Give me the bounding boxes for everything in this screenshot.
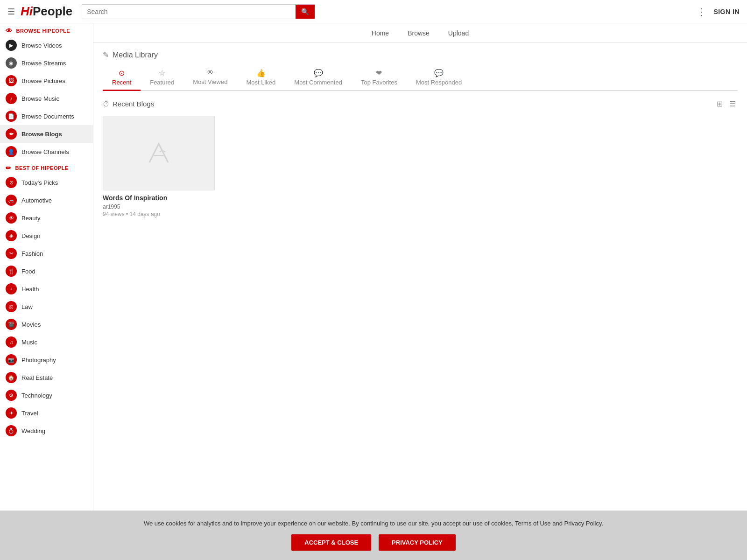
sidebar-item-label: Browse Streams: [21, 60, 66, 67]
accept-close-button[interactable]: ACCEPT & CLOSE: [291, 534, 371, 551]
streams-icon: ◉: [6, 57, 17, 69]
sidebar-item-wedding[interactable]: 💍 Wedding: [0, 422, 93, 440]
grid-view-button[interactable]: ⊞: [715, 98, 725, 109]
sidebar-item-label: Technology: [21, 392, 52, 399]
tab-most-viewed[interactable]: 👁 Most Viewed: [183, 65, 237, 91]
tab-top-favorites[interactable]: ❤ Top Favorites: [352, 65, 407, 91]
sidebar-item-label: Fashion: [21, 250, 43, 257]
sidebar-item-design[interactable]: ◈ Design: [0, 227, 93, 245]
sidebar-item-label: Travel: [21, 410, 38, 417]
sidebar-item-label: Browse Music: [21, 95, 59, 102]
sidebar-item-label: Music: [21, 339, 37, 346]
logo[interactable]: HiPeople: [21, 4, 72, 19]
media-library-title: Media Library: [113, 51, 158, 59]
sidebar-item-beauty[interactable]: 👁 Beauty: [0, 209, 93, 227]
tab-most-commented-label: Most Commented: [294, 79, 342, 86]
nav-home[interactable]: Home: [368, 28, 393, 39]
sign-in-button[interactable]: SIGN IN: [713, 8, 740, 15]
sidebar-item-label: Movies: [21, 321, 41, 328]
sidebar-item-channels[interactable]: 👤 Browse Channels: [0, 143, 93, 161]
menu-icon[interactable]: ☰: [7, 7, 15, 17]
nav-bar: Home Browse Upload: [93, 23, 747, 43]
sidebar-item-label: Health: [21, 286, 39, 293]
tab-most-responded-label: Most Responded: [416, 79, 462, 86]
blog-separator: •: [126, 211, 130, 217]
more-options-icon[interactable]: ⋮: [697, 6, 706, 17]
browse-hipeople-icon: 👁: [6, 27, 13, 35]
technology-icon: ⚙: [6, 390, 17, 401]
sidebar-item-label: Beauty: [21, 215, 40, 222]
edit-icon: ✎: [103, 50, 109, 59]
tab-top-favorites-label: Top Favorites: [361, 79, 397, 86]
tab-recent[interactable]: ⊙ Recent: [103, 65, 141, 91]
blog-views: 94 views: [103, 211, 125, 217]
blogs-icon: ✏: [6, 128, 17, 140]
blog-thumbnail: [103, 116, 215, 190]
sidebar-item-videos[interactable]: ▶ Browse Videos: [0, 36, 93, 54]
beauty-icon: 👁: [6, 212, 17, 224]
sidebar-item-food[interactable]: 🍴 Food: [0, 262, 93, 280]
sidebar-item-movies[interactable]: 🎬 Movies: [0, 315, 93, 333]
sidebar-item-health[interactable]: + Health: [0, 280, 93, 298]
sidebar-item-pictures[interactable]: 🖼 Browse Pictures: [0, 72, 93, 90]
tab-featured[interactable]: ☆ Featured: [141, 65, 183, 91]
sidebar-item-photography[interactable]: 📷 Photography: [0, 351, 93, 369]
sidebar-item-real-estate[interactable]: 🏠 Real Estate: [0, 369, 93, 386]
sidebar-item-label: Browse Channels: [21, 148, 69, 155]
sidebar-item-label: Design: [21, 232, 40, 239]
tab-recent-label: Recent: [112, 79, 131, 86]
travel-icon: ✈: [6, 407, 17, 419]
sidebar-item-documents[interactable]: 📄 Browse Documents: [0, 107, 93, 125]
sidebar-item-label: Browse Videos: [21, 42, 62, 49]
law-icon: ⚖: [6, 301, 17, 312]
blog-author: ar1995: [103, 203, 215, 210]
photography-icon: 📷: [6, 354, 17, 365]
sidebar-item-law[interactable]: ⚖ Law: [0, 298, 93, 315]
automotive-icon: 🚗: [6, 195, 17, 206]
privacy-policy-button[interactable]: PRIVACY POLICY: [379, 534, 456, 551]
most-viewed-tab-icon: 👁: [206, 69, 214, 77]
nav-upload[interactable]: Upload: [444, 28, 472, 39]
sidebar-item-label: Browse Pictures: [21, 77, 65, 84]
real-estate-icon: 🏠: [6, 372, 17, 383]
view-toggle: ⊞ ☰: [715, 98, 738, 109]
sidebar-item-streams[interactable]: ◉ Browse Streams: [0, 54, 93, 72]
sidebar-item-technology[interactable]: ⚙ Technology: [0, 386, 93, 404]
sidebar-item-automotive[interactable]: 🚗 Automotive: [0, 191, 93, 209]
sidebar-item-label: Wedding: [21, 427, 45, 434]
sidebar-item-travel[interactable]: ✈ Travel: [0, 404, 93, 422]
search-input[interactable]: [82, 5, 296, 18]
tab-most-responded[interactable]: 💬 Most Responded: [407, 65, 471, 91]
top-favorites-tab-icon: ❤: [376, 69, 382, 77]
search-bar: 🔍: [82, 4, 315, 19]
featured-tab-icon: ☆: [159, 69, 165, 77]
todays-picks-icon: ⊙: [6, 177, 17, 188]
section-header: ⏱ Recent Blogs ⊞ ☰: [103, 98, 738, 109]
tab-most-commented[interactable]: 💬 Most Commented: [285, 65, 352, 91]
logo-hi: Hi: [21, 4, 33, 18]
sidebar-item-todays-picks[interactable]: ⊙ Today's Picks: [0, 174, 93, 191]
list-view-button[interactable]: ☰: [727, 98, 738, 109]
sidebar-item-music[interactable]: ♫ Music: [0, 333, 93, 351]
nav-browse[interactable]: Browse: [404, 28, 433, 39]
sidebar-item-blogs[interactable]: ✏ Browse Blogs: [0, 125, 93, 143]
sidebar-item-label: Browse Documents: [21, 113, 74, 120]
sidebar-item-label: Browse Blogs: [21, 131, 62, 138]
blog-meta: 94 views • 14 days ago: [103, 211, 215, 217]
search-button[interactable]: 🔍: [296, 5, 315, 19]
movies-icon: 🎬: [6, 319, 17, 330]
sidebar-item-label: Automotive: [21, 197, 52, 204]
blog-title: Words Of Inspiration: [103, 194, 215, 202]
sidebar-item-music[interactable]: ♪ Browse Music: [0, 90, 93, 107]
tab-most-liked[interactable]: 👍 Most Liked: [237, 65, 285, 91]
sidebar-item-fashion[interactable]: ✂ Fashion: [0, 245, 93, 262]
section-title: ⏱ Recent Blogs: [103, 100, 154, 108]
food-icon: 🍴: [6, 266, 17, 277]
most-liked-tab-icon: 👍: [256, 69, 266, 77]
logo-people: People: [33, 4, 72, 18]
sidebar: 👁 BROWSE HIPEOPLE ▶ Browse Videos ◉ Brow…: [0, 23, 93, 560]
music-cat-icon: ♫: [6, 336, 17, 348]
documents-icon: 📄: [6, 111, 17, 122]
tab-most-liked-label: Most Liked: [246, 79, 275, 86]
blog-card[interactable]: Words Of Inspiration ar1995 94 views • 1…: [103, 116, 215, 217]
